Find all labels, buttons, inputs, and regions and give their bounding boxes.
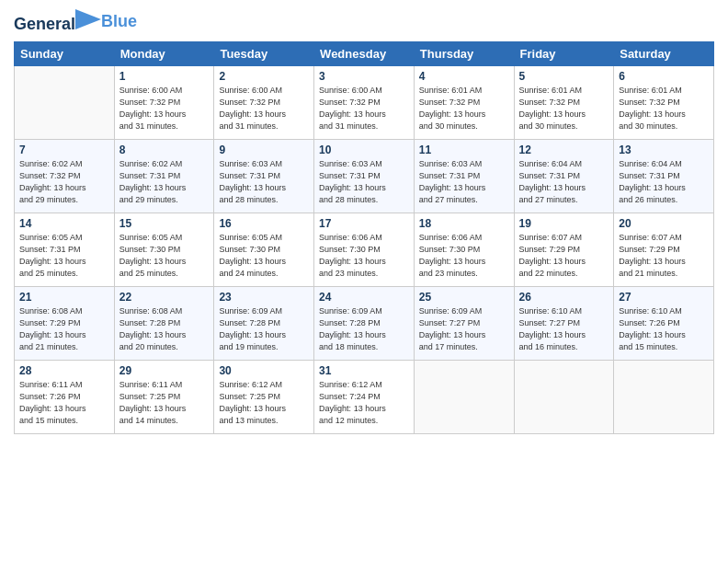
day-number: 10 bbox=[319, 144, 409, 156]
day-info: Sunrise: 6:05 AM Sunset: 7:30 PM Dayligh… bbox=[219, 232, 309, 280]
day-number: 20 bbox=[619, 217, 709, 230]
logo-arrow-icon bbox=[75, 9, 101, 29]
day-number: 12 bbox=[519, 144, 609, 156]
day-number: 1 bbox=[119, 70, 210, 83]
day-cell: 6Sunrise: 6:01 AM Sunset: 7:32 PM Daylig… bbox=[614, 65, 714, 139]
day-info: Sunrise: 6:03 AM Sunset: 7:31 PM Dayligh… bbox=[219, 158, 309, 206]
day-info: Sunrise: 6:01 AM Sunset: 7:32 PM Dayligh… bbox=[519, 85, 609, 132]
weekday-monday: Monday bbox=[114, 41, 214, 65]
day-cell: 29Sunrise: 6:11 AM Sunset: 7:25 PM Dayli… bbox=[114, 360, 214, 433]
day-number: 31 bbox=[319, 364, 409, 377]
day-info: Sunrise: 6:09 AM Sunset: 7:28 PM Dayligh… bbox=[219, 305, 309, 353]
header: General Blue bbox=[14, 9, 714, 34]
day-cell: 23Sunrise: 6:09 AM Sunset: 7:28 PM Dayli… bbox=[214, 286, 314, 360]
day-cell: 2Sunrise: 6:00 AM Sunset: 7:32 PM Daylig… bbox=[214, 65, 314, 139]
day-number: 29 bbox=[119, 364, 210, 377]
day-cell: 31Sunrise: 6:12 AM Sunset: 7:24 PM Dayli… bbox=[314, 360, 415, 433]
day-number: 24 bbox=[319, 291, 409, 304]
logo-subtext: Blue bbox=[101, 13, 137, 31]
day-info: Sunrise: 6:10 AM Sunset: 7:27 PM Dayligh… bbox=[519, 305, 609, 353]
day-number: 13 bbox=[619, 144, 709, 156]
day-number: 7 bbox=[19, 144, 109, 156]
day-cell: 24Sunrise: 6:09 AM Sunset: 7:28 PM Dayli… bbox=[314, 286, 415, 360]
day-cell: 8Sunrise: 6:02 AM Sunset: 7:31 PM Daylig… bbox=[114, 139, 214, 213]
logo: General Blue bbox=[14, 9, 137, 34]
day-cell: 25Sunrise: 6:09 AM Sunset: 7:27 PM Dayli… bbox=[414, 286, 514, 360]
day-cell: 12Sunrise: 6:04 AM Sunset: 7:31 PM Dayli… bbox=[514, 139, 614, 213]
day-number: 4 bbox=[419, 70, 509, 83]
day-info: Sunrise: 6:01 AM Sunset: 7:32 PM Dayligh… bbox=[419, 85, 509, 132]
week-row-2: 7Sunrise: 6:02 AM Sunset: 7:32 PM Daylig… bbox=[15, 139, 714, 213]
day-info: Sunrise: 6:07 AM Sunset: 7:29 PM Dayligh… bbox=[519, 232, 609, 280]
day-cell: 28Sunrise: 6:11 AM Sunset: 7:26 PM Dayli… bbox=[15, 360, 115, 433]
calendar-body: 1Sunrise: 6:00 AM Sunset: 7:32 PM Daylig… bbox=[15, 65, 714, 433]
day-cell: 15Sunrise: 6:05 AM Sunset: 7:30 PM Dayli… bbox=[114, 213, 214, 286]
day-cell bbox=[15, 65, 115, 139]
day-info: Sunrise: 6:01 AM Sunset: 7:32 PM Dayligh… bbox=[619, 85, 709, 132]
day-info: Sunrise: 6:02 AM Sunset: 7:32 PM Dayligh… bbox=[19, 158, 109, 206]
day-info: Sunrise: 6:05 AM Sunset: 7:30 PM Dayligh… bbox=[119, 232, 210, 280]
day-cell: 16Sunrise: 6:05 AM Sunset: 7:30 PM Dayli… bbox=[214, 213, 314, 286]
day-number: 15 bbox=[119, 217, 210, 230]
weekday-thursday: Thursday bbox=[414, 41, 514, 65]
day-cell: 4Sunrise: 6:01 AM Sunset: 7:32 PM Daylig… bbox=[414, 65, 514, 139]
day-cell: 19Sunrise: 6:07 AM Sunset: 7:29 PM Dayli… bbox=[514, 213, 614, 286]
day-number: 5 bbox=[519, 70, 609, 83]
day-cell: 11Sunrise: 6:03 AM Sunset: 7:31 PM Dayli… bbox=[414, 139, 514, 213]
day-number: 2 bbox=[219, 70, 309, 83]
day-cell bbox=[614, 360, 714, 433]
day-cell: 7Sunrise: 6:02 AM Sunset: 7:32 PM Daylig… bbox=[15, 139, 115, 213]
day-cell: 3Sunrise: 6:00 AM Sunset: 7:32 PM Daylig… bbox=[314, 65, 415, 139]
day-info: Sunrise: 6:04 AM Sunset: 7:31 PM Dayligh… bbox=[519, 158, 609, 206]
day-cell: 30Sunrise: 6:12 AM Sunset: 7:25 PM Dayli… bbox=[214, 360, 314, 433]
week-row-4: 21Sunrise: 6:08 AM Sunset: 7:29 PM Dayli… bbox=[15, 286, 714, 360]
day-info: Sunrise: 6:08 AM Sunset: 7:29 PM Dayligh… bbox=[19, 305, 109, 353]
weekday-saturday: Saturday bbox=[614, 41, 714, 65]
day-cell: 26Sunrise: 6:10 AM Sunset: 7:27 PM Dayli… bbox=[514, 286, 614, 360]
day-info: Sunrise: 6:09 AM Sunset: 7:28 PM Dayligh… bbox=[319, 305, 409, 353]
day-number: 23 bbox=[219, 291, 309, 304]
week-row-5: 28Sunrise: 6:11 AM Sunset: 7:26 PM Dayli… bbox=[15, 360, 714, 433]
week-row-1: 1Sunrise: 6:00 AM Sunset: 7:32 PM Daylig… bbox=[15, 65, 714, 139]
calendar: SundayMondayTuesdayWednesdayThursdayFrid… bbox=[14, 41, 714, 434]
day-info: Sunrise: 6:03 AM Sunset: 7:31 PM Dayligh… bbox=[419, 158, 509, 206]
day-cell: 21Sunrise: 6:08 AM Sunset: 7:29 PM Dayli… bbox=[15, 286, 115, 360]
day-number: 6 bbox=[619, 70, 709, 83]
day-info: Sunrise: 6:05 AM Sunset: 7:31 PM Dayligh… bbox=[19, 232, 109, 280]
day-cell: 17Sunrise: 6:06 AM Sunset: 7:30 PM Dayli… bbox=[314, 213, 415, 286]
day-cell: 14Sunrise: 6:05 AM Sunset: 7:31 PM Dayli… bbox=[15, 213, 115, 286]
day-info: Sunrise: 6:09 AM Sunset: 7:27 PM Dayligh… bbox=[419, 305, 509, 353]
day-info: Sunrise: 6:11 AM Sunset: 7:26 PM Dayligh… bbox=[19, 379, 109, 427]
day-info: Sunrise: 6:06 AM Sunset: 7:30 PM Dayligh… bbox=[419, 232, 509, 280]
day-cell: 27Sunrise: 6:10 AM Sunset: 7:26 PM Dayli… bbox=[614, 286, 714, 360]
day-info: Sunrise: 6:12 AM Sunset: 7:24 PM Dayligh… bbox=[319, 379, 409, 427]
day-cell: 13Sunrise: 6:04 AM Sunset: 7:31 PM Dayli… bbox=[614, 139, 714, 213]
day-info: Sunrise: 6:02 AM Sunset: 7:31 PM Dayligh… bbox=[119, 158, 210, 206]
day-number: 3 bbox=[319, 70, 409, 83]
weekday-tuesday: Tuesday bbox=[214, 41, 314, 65]
day-info: Sunrise: 6:04 AM Sunset: 7:31 PM Dayligh… bbox=[619, 158, 709, 206]
day-info: Sunrise: 6:00 AM Sunset: 7:32 PM Dayligh… bbox=[319, 85, 409, 132]
day-number: 27 bbox=[619, 291, 709, 304]
day-info: Sunrise: 6:06 AM Sunset: 7:30 PM Dayligh… bbox=[319, 232, 409, 280]
day-info: Sunrise: 6:00 AM Sunset: 7:32 PM Dayligh… bbox=[119, 85, 210, 132]
day-number: 14 bbox=[19, 217, 109, 230]
day-number: 26 bbox=[519, 291, 609, 304]
day-cell bbox=[514, 360, 614, 433]
day-number: 9 bbox=[219, 144, 309, 156]
day-cell bbox=[414, 360, 514, 433]
weekday-wednesday: Wednesday bbox=[314, 41, 415, 65]
day-cell: 1Sunrise: 6:00 AM Sunset: 7:32 PM Daylig… bbox=[114, 65, 214, 139]
day-cell: 10Sunrise: 6:03 AM Sunset: 7:31 PM Dayli… bbox=[314, 139, 415, 213]
day-cell: 18Sunrise: 6:06 AM Sunset: 7:30 PM Dayli… bbox=[414, 213, 514, 286]
day-number: 17 bbox=[319, 217, 409, 230]
day-info: Sunrise: 6:08 AM Sunset: 7:28 PM Dayligh… bbox=[119, 305, 210, 353]
weekday-friday: Friday bbox=[514, 41, 614, 65]
week-row-3: 14Sunrise: 6:05 AM Sunset: 7:31 PM Dayli… bbox=[15, 213, 714, 286]
day-number: 11 bbox=[419, 144, 509, 156]
day-info: Sunrise: 6:03 AM Sunset: 7:31 PM Dayligh… bbox=[319, 158, 409, 206]
day-number: 28 bbox=[19, 364, 109, 377]
day-cell: 20Sunrise: 6:07 AM Sunset: 7:29 PM Dayli… bbox=[614, 213, 714, 286]
day-number: 22 bbox=[119, 291, 210, 304]
day-info: Sunrise: 6:10 AM Sunset: 7:26 PM Dayligh… bbox=[619, 305, 709, 353]
